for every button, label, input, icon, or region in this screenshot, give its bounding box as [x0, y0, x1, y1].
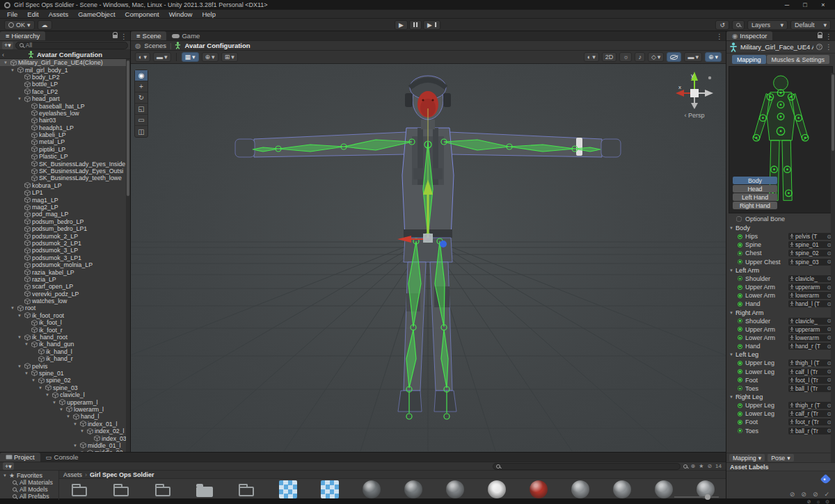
bone-object-field[interactable]: pelvis (T ⊙	[788, 233, 833, 240]
mute-icon[interactable]: ⊘	[790, 491, 795, 498]
hierarchy-scrollbar[interactable]	[126, 59, 130, 452]
foldout-arrow[interactable]: ▼	[24, 342, 30, 346]
bone-object-field[interactable]: calf_r (Tr ⊙	[788, 410, 833, 417]
hierarchy-item[interactable]: ▼ piptiki_LP	[0, 146, 130, 153]
asset-thumbnail[interactable]	[319, 480, 340, 498]
hierarchy-item[interactable]: ▼ face_LP2	[0, 88, 130, 95]
avatar-section-button[interactable]: Left Hand	[733, 193, 777, 201]
hierarchy-item[interactable]: ▼ razia_kabel_LP	[0, 268, 130, 275]
bone-row[interactable]: Foot foot_r (Tr ⊙	[726, 418, 835, 426]
search-by-type-icon[interactable]	[683, 464, 687, 469]
bone-row[interactable]: Shoulder clavicle_ ⊙	[726, 275, 835, 283]
hierarchy-item[interactable]: ▼ index_02_l	[0, 428, 130, 434]
foldout-arrow[interactable]: ▼	[17, 314, 23, 318]
asset-menu-icon[interactable]: ⋮	[825, 43, 832, 51]
asset-thumbnail[interactable]	[486, 480, 507, 498]
hierarchy-item[interactable]: ▼ ik_hand_r	[0, 355, 130, 362]
snap-dropdown[interactable]: ⊞▾	[221, 52, 238, 62]
foldout-arrow[interactable]: ▼	[17, 97, 23, 101]
favorites-header[interactable]: ▼ ★ Favorites	[0, 471, 58, 479]
transform-tool[interactable]: ◫	[135, 126, 148, 137]
menu-item[interactable]: Help	[198, 10, 220, 18]
hierarchy-item[interactable]: ▼ eyelashes_low	[0, 110, 130, 117]
foldout-arrow[interactable]: ▼	[24, 371, 30, 375]
pause-button[interactable]	[409, 20, 422, 30]
step-button[interactable]: ▶	[423, 20, 440, 30]
bone-object-field[interactable]: clavicle_ ⊙	[788, 318, 833, 325]
hierarchy-item[interactable]: ▼ baseball_hat_LP	[0, 102, 130, 109]
bone-row[interactable]: Spine spine_01 ⊙	[726, 241, 835, 249]
avatar-tab[interactable]: Mapping	[732, 55, 766, 64]
bone-row[interactable]: Foot foot_l (Tr ⊙	[726, 376, 835, 384]
hierarchy-item[interactable]: ▼ spine_02	[0, 377, 130, 384]
bone-row[interactable]: Upper Leg thigh_l (T ⊙	[726, 359, 835, 367]
asset-thumbnail[interactable]	[653, 480, 674, 498]
avatar-body-diagram[interactable]: BodyHeadLeft HandRight Hand	[729, 66, 833, 213]
hierarchy-item[interactable]: ▼ ik_hand_gun	[0, 341, 130, 348]
asset-labels-header[interactable]: Asset Labels	[726, 462, 835, 471]
hierarchy-item[interactable]: ▼ podsumok_2_LP1	[0, 240, 130, 247]
hierarchy-item[interactable]: ▼ kobura_LP	[0, 182, 130, 189]
asset-thumbnail[interactable]	[152, 482, 173, 496]
hierarchy-item[interactable]: ▼ podsum_bedro_LP1	[0, 225, 130, 232]
search-by-label-icon[interactable]: ⊕	[691, 463, 696, 469]
bone-section-header[interactable]: ▼ Left Arm	[726, 266, 835, 275]
bone-object-field[interactable]: upperarm ⊙	[788, 284, 833, 291]
avatar-tab[interactable]: Muscles & Settings	[767, 55, 830, 64]
menu-item[interactable]: Assets	[45, 10, 73, 18]
bone-object-field[interactable]: lowerarm ⊙	[788, 292, 833, 299]
foldout-arrow[interactable]: ▼	[10, 68, 16, 72]
undo-history-button[interactable]: ↺	[715, 20, 729, 30]
avatar-section-button[interactable]: Right Hand	[733, 202, 777, 209]
hierarchy-item[interactable]: ▼ lowerarm_l	[0, 406, 130, 413]
hierarchy-item[interactable]: ▼ hair03	[0, 117, 130, 124]
hierarchy-item[interactable]: ▼ ik_foot_l	[0, 319, 130, 326]
bone-object-field[interactable]: thigh_l (T ⊙	[788, 359, 833, 366]
pose-menu-button[interactable]: Pose▾	[768, 454, 793, 462]
hierarchy-item[interactable]: ▼ root	[0, 304, 130, 311]
foldout-arrow[interactable]: ▼	[73, 422, 79, 426]
shading-dropdown[interactable]: ◐▾	[584, 52, 599, 62]
favorites-item[interactable]: All Models	[0, 486, 58, 493]
breadcrumb-assets[interactable]: Assets	[63, 471, 82, 478]
cloud-button[interactable]: ☁	[38, 20, 52, 30]
menu-item[interactable]: Component	[121, 10, 164, 18]
hierarchy-item[interactable]: ▼ Military_Girl_Face_UE4(Clone)	[0, 59, 130, 66]
hierarchy-item[interactable]: ▼ podsum_bedro_LP	[0, 218, 130, 225]
play-button[interactable]: ▶	[395, 20, 408, 30]
hierarchy-item[interactable]: ▼ SK_BusinessLady_Eyes_Inside	[0, 160, 130, 167]
hierarchy-item[interactable]: ▼ metal_LP	[0, 138, 130, 145]
maximize-button[interactable]: □	[796, 1, 814, 8]
favorites-item[interactable]: All Materials	[0, 479, 58, 486]
foldout-arrow[interactable]: ▼	[3, 60, 9, 65]
menu-item[interactable]: Window	[165, 10, 197, 18]
hierarchy-item[interactable]: ▼ kabeli_LP	[0, 131, 130, 138]
hierarchy-item[interactable]: ▼ watches_low	[0, 298, 130, 304]
hierarchy-item[interactable]: ▼ scarf_open_LP	[0, 283, 130, 290]
asset-thumbnail[interactable]	[111, 482, 132, 496]
hierarchy-item[interactable]: ▼ index_01_l	[0, 421, 130, 428]
bone-object-field[interactable]: upperarm ⊙	[788, 326, 833, 333]
scene-viewport[interactable]: ◉ + ↻ ◱ ▭ ◫	[131, 64, 726, 452]
foldout-arrow[interactable]: ▼	[80, 429, 86, 433]
foldout-arrow[interactable]: ▼	[45, 393, 51, 397]
hierarchy-item[interactable]: ▼ razia_LP	[0, 276, 130, 283]
hierarchy-item[interactable]: ▼ verevki_podz_LP	[0, 291, 130, 298]
foldout-arrow[interactable]: ▼	[52, 400, 58, 405]
bone-row[interactable]: Lower Arm lowerarm ⊙	[726, 291, 835, 300]
bone-row[interactable]: Lower Leg calf_r (Tr ⊙	[726, 409, 835, 418]
hierarchy-item[interactable]: ▼ middle_01_l	[0, 442, 130, 449]
inspector-scrollbar[interactable]	[831, 73, 835, 462]
asset-thumbnail[interactable]	[69, 482, 90, 496]
bone-row[interactable]: Toes ball_l (Tr ⊙	[726, 384, 835, 393]
bone-row[interactable]: Hips pelvis (T ⊙	[726, 232, 835, 241]
project-search-input[interactable]	[502, 463, 677, 469]
tab-inspector[interactable]: ◉ Inspector	[726, 31, 772, 40]
layers-dropdown[interactable]: Layers▾	[747, 20, 788, 30]
asset-thumbnail[interactable]	[278, 480, 299, 498]
favorites-item[interactable]: All Prefabs	[0, 493, 58, 500]
asset-thumbnail[interactable]	[361, 480, 382, 498]
menu-item[interactable]: File	[3, 10, 22, 18]
hierarchy-item[interactable]: ▼ ik_foot_root	[0, 312, 130, 319]
bone-row[interactable]: Hand hand_r (T ⊙	[726, 342, 835, 350]
